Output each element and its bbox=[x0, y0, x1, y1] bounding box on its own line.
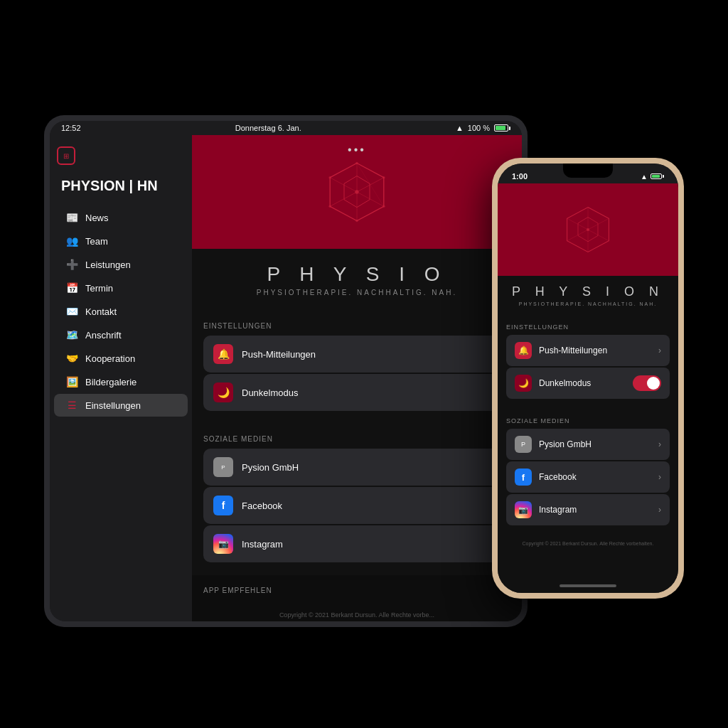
hero-dots: ••• bbox=[348, 144, 366, 156]
settings-section-label: EINSTELLUNGEN bbox=[203, 322, 510, 330]
phone-brand-name: P H Y S I O N bbox=[512, 284, 664, 299]
phone-pysion-row[interactable]: P Pysion GmbH › bbox=[506, 429, 670, 460]
facebook-label: Facebook bbox=[242, 500, 282, 511]
phone-social-label: SOZIALE MEDIEN bbox=[506, 417, 670, 424]
phone-facebook-label: Facebook bbox=[539, 472, 577, 482]
phone-instagram-icon: 📷 bbox=[515, 501, 532, 518]
termin-icon: 📅 bbox=[65, 282, 78, 294]
phone-hex-logo bbox=[563, 205, 613, 255]
phone-dunkel-row[interactable]: 🌙 Dunkelmodus bbox=[506, 368, 670, 399]
brand-tagline: PHYSIOTHERAPIE. NACHHALTIG. NAH. bbox=[257, 289, 458, 296]
app-empfehlen-label: APP EMPFEHLEN bbox=[192, 575, 522, 606]
push-label: Push-Mitteilungen bbox=[242, 349, 316, 360]
bildergalerie-icon: 🖼️ bbox=[65, 376, 78, 387]
phone-dunkel-icon: 🌙 bbox=[515, 375, 532, 392]
hex-logo-svg bbox=[325, 160, 389, 224]
brand-name: P H Y S I O bbox=[267, 263, 446, 286]
instagram-row[interactable]: 📷 Instagram bbox=[203, 525, 510, 562]
wifi-icon: ▲ bbox=[456, 124, 464, 132]
sidebar-item-kooperation[interactable]: 🤝 Kooperation bbox=[54, 347, 188, 370]
anschrift-icon: 🗺️ bbox=[65, 329, 78, 341]
social-section-label: SOZIALE MEDIEN bbox=[203, 435, 510, 443]
pysion-icon: P bbox=[213, 457, 233, 477]
phone-push-icon: 🔔 bbox=[515, 342, 532, 359]
phone-push-row[interactable]: 🔔 Push-Mitteilungen › bbox=[506, 335, 670, 366]
brand-section: P H Y S I O PHYSIOTHERAPIE. NACHHALTIG. … bbox=[192, 249, 522, 311]
pysion-label: Pysion GmbH bbox=[242, 462, 299, 473]
phone-settings-label: EINSTELLUNGEN bbox=[506, 323, 670, 331]
sidebar-item-news[interactable]: 📰 News bbox=[54, 206, 188, 229]
sidebar-item-einstellungen[interactable]: ☰ Einstellungen bbox=[54, 394, 188, 417]
phone-push-label: Push-Mitteilungen bbox=[539, 346, 607, 355]
phone-brand-tagline: PHYSIOTHERAPIE. NACHHALTIG. NAH. bbox=[519, 301, 658, 306]
battery-icon bbox=[494, 124, 510, 132]
sidebar-item-news-label: News bbox=[85, 213, 109, 223]
phone-home-indicator bbox=[498, 579, 678, 593]
phone-brand: P H Y S I O N PHYSIOTHERAPIE. NACHHALTIG… bbox=[498, 276, 678, 315]
phone-battery-icon bbox=[651, 173, 664, 179]
phone-statusbar-right: ▲ bbox=[641, 173, 664, 181]
phone-push-chevron: › bbox=[658, 346, 661, 355]
sidebar-item-einstellungen-label: Einstellungen bbox=[85, 400, 141, 411]
sidebar-item-anschrift-label: Anschrift bbox=[85, 330, 122, 341]
phone-notch bbox=[563, 164, 613, 178]
phone-pysion-label: Pysion GmbH bbox=[539, 439, 592, 449]
tablet-footer: Copyright © 2021 Berkant Dursun. Alle Re… bbox=[192, 606, 522, 621]
dunkel-icon: 🌙 bbox=[213, 382, 233, 402]
phone: 1:00 ▲ bbox=[492, 158, 684, 599]
sidebar-item-team-label: Team bbox=[85, 236, 108, 247]
sidebar-item-leistungen[interactable]: ➕ Leistungen bbox=[54, 253, 188, 276]
scene: 12:52 Donnerstag 6. Jan. ▲ 100 % ⊞ PHYSI… bbox=[44, 87, 684, 641]
facebook-icon: f bbox=[213, 496, 233, 515]
phone-settings-section: EINSTELLUNGEN 🔔 Push-Mitteilungen › 🌙 Du… bbox=[498, 315, 678, 409]
sidebar-item-bildergalerie[interactable]: 🖼️ Bildergalerie bbox=[54, 370, 188, 393]
phone-hero bbox=[498, 183, 678, 276]
team-icon: 👥 bbox=[65, 235, 78, 247]
phone-facebook-chevron: › bbox=[658, 472, 661, 482]
news-icon: 📰 bbox=[65, 212, 78, 223]
svg-point-9 bbox=[355, 220, 358, 223]
svg-point-11 bbox=[328, 176, 331, 179]
phone-pysion-chevron: › bbox=[658, 439, 661, 449]
sidebar-item-kontakt-label: Kontakt bbox=[85, 306, 117, 317]
phone-instagram-row[interactable]: 📷 Instagram › bbox=[506, 494, 670, 525]
sidebar-item-anschrift[interactable]: 🗺️ Anschrift bbox=[54, 323, 188, 346]
sidebar-item-leistungen-label: Leistungen bbox=[85, 259, 131, 270]
sidebar: ⊞ PHYSION | HN 📰 News 👥 Team ➕ Leistunge… bbox=[50, 135, 192, 621]
sidebar-item-bildergalerie-label: Bildergalerie bbox=[85, 377, 136, 387]
sidebar-home-icon: ⊞ bbox=[57, 146, 75, 165]
einstellungen-icon: ☰ bbox=[65, 400, 78, 411]
phone-footer: Copyright © 2021 Berkant Dursun. Alle Re… bbox=[498, 535, 678, 557]
social-section: SOZIALE MEDIEN P Pysion GmbH f Facebook … bbox=[192, 424, 522, 575]
tablet-time: 12:52 bbox=[61, 124, 81, 132]
phone-wifi-icon: ▲ bbox=[641, 173, 648, 181]
kontakt-icon: ✉️ bbox=[65, 306, 78, 317]
dunkelmodus-row[interactable]: 🌙 Dunkelmodus bbox=[203, 374, 510, 411]
tablet-statusbar: 12:52 Donnerstag 6. Jan. ▲ 100 % bbox=[50, 121, 522, 135]
sidebar-item-termin-label: Termin bbox=[85, 283, 113, 294]
battery-label: 100 % bbox=[468, 124, 490, 132]
svg-point-19 bbox=[587, 228, 589, 231]
phone-time: 1:00 bbox=[512, 172, 528, 181]
tablet-statusbar-right: ▲ 100 % bbox=[456, 124, 510, 132]
sidebar-item-kooperation-label: Kooperation bbox=[85, 353, 135, 364]
sidebar-item-kontakt[interactable]: ✉️ Kontakt bbox=[54, 300, 188, 323]
tablet-date: Donnerstag 6. Jan. bbox=[235, 124, 301, 132]
dunkelmodus-toggle[interactable] bbox=[633, 375, 661, 391]
phone-pysion-icon: P bbox=[515, 436, 532, 453]
phone-instagram-chevron: › bbox=[658, 505, 661, 515]
phone-facebook-icon: f bbox=[515, 469, 532, 486]
phone-facebook-row[interactable]: f Facebook › bbox=[506, 461, 670, 493]
settings-section: EINSTELLUNGEN 🔔 Push-Mitteilungen 🌙 Dunk… bbox=[192, 311, 522, 424]
hero-section: ••• bbox=[192, 135, 522, 249]
sidebar-item-team[interactable]: 👥 Team bbox=[54, 230, 188, 252]
sidebar-item-termin[interactable]: 📅 Termin bbox=[54, 277, 188, 299]
facebook-row[interactable]: f Facebook bbox=[203, 487, 510, 524]
instagram-label: Instagram bbox=[242, 539, 283, 550]
push-mitteilungen-row[interactable]: 🔔 Push-Mitteilungen bbox=[203, 336, 510, 373]
dunkel-label: Dunkelmodus bbox=[242, 387, 299, 398]
main-content: ••• bbox=[192, 135, 522, 621]
tablet: 12:52 Donnerstag 6. Jan. ▲ 100 % ⊞ PHYSI… bbox=[44, 115, 528, 627]
phone-dunkel-label: Dunkelmodus bbox=[539, 378, 591, 388]
pysion-row[interactable]: P Pysion GmbH bbox=[203, 449, 510, 486]
